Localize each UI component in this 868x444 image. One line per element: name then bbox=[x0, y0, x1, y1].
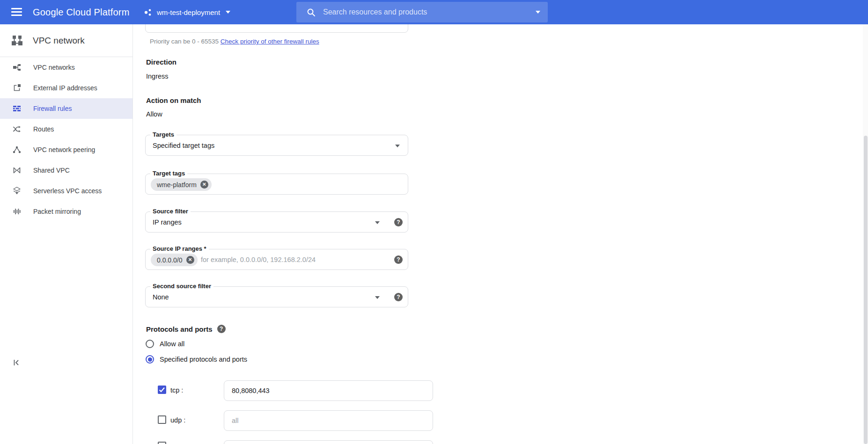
allow-all-label: Allow all bbox=[160, 340, 184, 348]
sidebar-header: VPC network bbox=[0, 24, 132, 57]
source-ip-help-icon[interactable]: ? bbox=[394, 255, 403, 264]
sidebar-item-routes[interactable]: Routes bbox=[0, 119, 132, 139]
second-source-filter-select[interactable]: Second source filter None ? bbox=[145, 286, 408, 307]
target-tags-field-label: Target tags bbox=[150, 170, 187, 177]
udp-ports-input[interactable] bbox=[224, 410, 433, 431]
protocol-ports-input-partial[interactable] bbox=[224, 440, 433, 444]
search-dropdown-caret-icon[interactable] bbox=[536, 11, 540, 14]
project-name: wm-test-deployment bbox=[157, 8, 220, 16]
sidebar-nav: VPC networks External IP addresses Firew… bbox=[0, 57, 132, 222]
second-filter-help-icon[interactable]: ? bbox=[394, 293, 403, 301]
serverless-vpc-icon bbox=[13, 187, 21, 195]
protocols-section: Protocols and ports ? bbox=[146, 325, 226, 333]
menu-icon[interactable] bbox=[11, 8, 22, 16]
sidebar-item-vpc-network-peering[interactable]: VPC network peering bbox=[0, 139, 132, 160]
scrollbar-thumb[interactable] bbox=[864, 136, 868, 444]
sidebar-item-serverless-vpc-access[interactable]: Serverless VPC access bbox=[0, 181, 132, 201]
chevron-down-icon[interactable] bbox=[375, 296, 380, 299]
priority-helper: Priority can be 0 - 65535 Check priority… bbox=[150, 38, 319, 45]
routes-icon bbox=[13, 125, 21, 133]
tcp-protocol-row: tcp : bbox=[158, 380, 542, 401]
firewall-rules-icon bbox=[13, 104, 21, 113]
protocols-label: Protocols and ports bbox=[146, 325, 213, 333]
global-search[interactable] bbox=[296, 2, 548, 22]
shared-vpc-icon bbox=[13, 166, 21, 175]
udp-protocol-row: udp : bbox=[158, 410, 542, 431]
sidebar-item-packet-mirroring[interactable]: Packet mirroring bbox=[0, 201, 132, 222]
chip-label: wme-platform bbox=[157, 181, 197, 189]
second-filter-field-value: None bbox=[153, 287, 169, 307]
chevron-down-icon bbox=[226, 11, 230, 14]
source-ip-field-label: Source IP ranges * bbox=[150, 245, 209, 252]
checkmark-icon bbox=[158, 386, 166, 394]
action-label: Action on match bbox=[146, 96, 201, 104]
source-ip-placeholder: for example, 0.0.0.0/0, 192.168.2.0/24 bbox=[201, 249, 316, 269]
chevron-down-icon[interactable] bbox=[375, 221, 380, 224]
protocol-row-partial bbox=[158, 439, 542, 444]
remove-chip-icon[interactable]: × bbox=[186, 256, 194, 264]
tcp-label: tcp : bbox=[170, 386, 183, 394]
action-value: Allow bbox=[146, 110, 162, 118]
firewall-rule-form: Priority can be 0 - 65535 Check priority… bbox=[133, 0, 868, 444]
protocols-help-icon[interactable]: ? bbox=[217, 325, 226, 333]
source-filter-select[interactable]: Source filter IP ranges ? bbox=[145, 211, 408, 233]
sidebar-item-external-ip-addresses[interactable]: External IP addresses bbox=[0, 78, 132, 98]
specified-protocols-option[interactable]: Specified protocols and ports bbox=[146, 355, 247, 364]
protocol-checkbox-partial[interactable] bbox=[158, 442, 166, 444]
page-title: VPC network bbox=[33, 36, 85, 46]
project-selector[interactable]: wm-test-deployment bbox=[144, 0, 230, 24]
target-tag-chip: wme-platform × bbox=[151, 178, 212, 191]
vpc-peering-icon bbox=[13, 146, 21, 154]
sidebar-item-vpc-networks[interactable]: VPC networks bbox=[0, 57, 132, 78]
sidebar-item-shared-vpc[interactable]: Shared VPC bbox=[0, 160, 132, 181]
search-input[interactable] bbox=[323, 8, 530, 16]
direction-value: Ingress bbox=[146, 73, 169, 80]
sidebar: VPC network VPC networks External IP add… bbox=[0, 24, 133, 444]
targets-select[interactable]: Targets Specified target tags bbox=[145, 135, 408, 156]
direction-label: Direction bbox=[146, 58, 177, 66]
chip-label: 0.0.0.0/0 bbox=[157, 256, 183, 264]
search-icon bbox=[307, 8, 316, 17]
radio-selected-icon[interactable] bbox=[146, 355, 154, 364]
tcp-checkbox[interactable] bbox=[158, 386, 166, 394]
external-ip-icon bbox=[13, 84, 21, 92]
project-cluster-icon bbox=[144, 8, 153, 17]
chevron-down-icon[interactable] bbox=[395, 145, 400, 147]
target-tags-input[interactable]: Target tags wme-platform × bbox=[145, 174, 408, 195]
targets-field-value: Specified target tags bbox=[153, 135, 214, 155]
product-logo: Google Cloud Platform bbox=[33, 0, 130, 24]
packet-mirroring-icon bbox=[13, 207, 21, 216]
sidebar-item-firewall-rules[interactable]: Firewall rules bbox=[0, 98, 132, 119]
scrollbar-track[interactable] bbox=[863, 24, 868, 444]
radio-unselected-icon[interactable] bbox=[146, 340, 154, 348]
vpc-network-icon bbox=[11, 34, 23, 47]
tcp-ports-input[interactable] bbox=[224, 380, 433, 401]
remove-chip-icon[interactable]: × bbox=[200, 181, 208, 189]
source-ip-ranges-input[interactable]: Source IP ranges * 0.0.0.0/0 × for examp… bbox=[145, 249, 408, 270]
source-ip-chip: 0.0.0.0/0 × bbox=[151, 254, 198, 266]
check-priority-link[interactable]: Check priority of other firewall rules bbox=[221, 38, 319, 45]
specified-protocols-label: Specified protocols and ports bbox=[160, 356, 247, 363]
udp-label: udp : bbox=[170, 416, 185, 424]
collapse-sidebar-icon[interactable] bbox=[12, 358, 21, 367]
source-filter-field-value: IP ranges bbox=[153, 212, 182, 232]
allow-all-option[interactable]: Allow all bbox=[146, 340, 184, 348]
source-filter-help-icon[interactable]: ? bbox=[394, 218, 403, 226]
vpc-networks-icon bbox=[13, 63, 21, 72]
priority-helper-text: Priority can be 0 - 65535 bbox=[150, 38, 219, 45]
app-header: Google Cloud Platform wm-test-deployment bbox=[0, 0, 868, 24]
udp-checkbox[interactable] bbox=[158, 415, 166, 424]
